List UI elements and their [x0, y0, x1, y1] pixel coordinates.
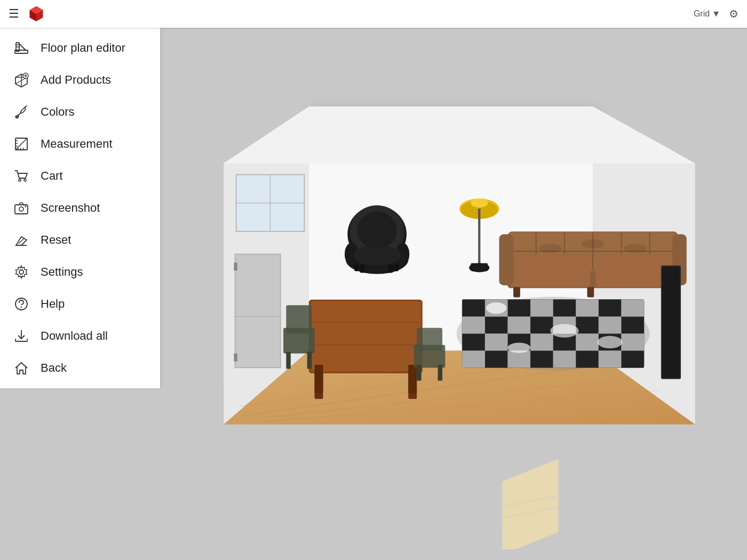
svg-rect-103: [530, 317, 553, 334]
topbar-left: ☰: [9, 4, 47, 23]
svg-point-28: [19, 179, 21, 181]
eraser-icon: [13, 231, 30, 249]
sidebar-item-help[interactable]: Help: [0, 288, 160, 320]
svg-marker-44: [224, 107, 695, 163]
svg-point-92: [539, 244, 562, 253]
topbar-right: Grid ▼ ⚙: [694, 7, 738, 20]
svg-rect-100: [553, 300, 576, 317]
svg-rect-144: [286, 352, 291, 369]
svg-rect-123: [530, 334, 553, 351]
logo[interactable]: [28, 4, 47, 23]
sidebar-item-settings[interactable]: Settings: [0, 256, 160, 288]
svg-rect-143: [286, 305, 312, 333]
svg-rect-110: [485, 350, 508, 367]
sidebar-item-add-products[interactable]: Add Products: [0, 64, 160, 96]
sidebar-item-download-all[interactable]: Download all: [0, 320, 160, 352]
grid-label: Grid: [694, 9, 710, 19]
hamburger-menu-button[interactable]: ☰: [9, 7, 19, 21]
svg-rect-101: [599, 300, 622, 317]
svg-rect-111: [530, 350, 553, 367]
svg-rect-127: [507, 350, 530, 367]
svg-rect-121: [599, 317, 622, 334]
sidebar-item-back[interactable]: Back: [0, 352, 160, 384]
svg-line-21: [15, 138, 27, 150]
logo-icon: [28, 4, 45, 21]
svg-rect-99: [507, 300, 530, 317]
svg-rect-125: [621, 334, 644, 351]
svg-rect-50: [236, 255, 280, 367]
svg-rect-112: [576, 350, 599, 367]
svg-rect-113: [621, 350, 644, 367]
room-svg: [165, 38, 736, 549]
svg-point-73: [471, 198, 488, 207]
svg-rect-126: [462, 350, 485, 367]
svg-point-32: [25, 206, 27, 207]
sidebar-item-screenshot[interactable]: Screenshot: [0, 192, 160, 224]
sidebar-item-measurement[interactable]: Measurement: [0, 128, 160, 160]
cube-add-icon: [13, 71, 30, 89]
svg-rect-148: [417, 365, 422, 381]
sidebar-item-colors[interactable]: Colors: [0, 96, 160, 128]
settings-top-icon[interactable]: ⚙: [729, 7, 738, 20]
svg-line-13: [15, 81, 21, 84]
svg-rect-102: [485, 317, 508, 334]
svg-rect-119: [507, 317, 530, 334]
svg-rect-117: [621, 300, 644, 317]
svg-rect-91: [587, 287, 594, 297]
reset-label: Reset: [41, 233, 71, 247]
back-label: Back: [41, 361, 67, 375]
svg-rect-138: [315, 365, 323, 393]
sidebar-item-floor-plan-editor[interactable]: Floor plan editor: [0, 32, 160, 64]
add-products-label: Add Products: [41, 73, 111, 87]
room-viewport[interactable]: [165, 38, 736, 549]
svg-rect-129: [599, 350, 622, 367]
sidebar-item-reset[interactable]: Reset: [0, 224, 160, 256]
svg-rect-118: [462, 317, 485, 334]
svg-point-19: [15, 116, 19, 118]
sidebar-item-cart[interactable]: Cart: [0, 160, 160, 192]
svg-point-35: [19, 270, 23, 274]
chevron-down-icon: ▼: [712, 9, 720, 19]
topbar: ☰ Grid ▼ ⚙: [0, 0, 747, 28]
svg-rect-68: [388, 265, 393, 273]
svg-rect-115: [530, 300, 553, 317]
svg-marker-57: [502, 459, 559, 549]
svg-rect-116: [576, 300, 599, 317]
svg-rect-135: [311, 301, 421, 372]
svg-rect-67: [360, 265, 365, 273]
svg-rect-76: [471, 263, 488, 271]
svg-rect-5: [15, 50, 28, 53]
svg-rect-98: [462, 300, 485, 317]
svg-point-29: [24, 179, 26, 181]
svg-rect-52: [234, 262, 237, 270]
svg-rect-147: [417, 328, 442, 351]
floor-plan-editor-label: Floor plan editor: [41, 41, 125, 55]
screenshot-label: Screenshot: [41, 201, 100, 215]
svg-rect-149: [438, 365, 443, 381]
svg-point-66: [357, 212, 397, 249]
cart-label: Cart: [41, 169, 63, 183]
download-all-label: Download all: [41, 329, 108, 343]
camera-icon: [13, 199, 30, 217]
question-circle-icon: [13, 295, 30, 313]
svg-line-9: [19, 44, 26, 50]
brush-icon: [13, 103, 30, 121]
ruler-corner-icon: [13, 135, 30, 153]
svg-rect-69: [354, 265, 359, 271]
svg-rect-139: [408, 365, 417, 393]
svg-rect-122: [485, 334, 508, 351]
help-label: Help: [41, 297, 65, 311]
svg-line-18: [25, 106, 27, 108]
svg-point-131: [550, 324, 578, 338]
svg-point-130: [486, 302, 506, 314]
svg-point-132: [507, 343, 530, 353]
sidebar: Floor plan editor Add Products: [0, 28, 160, 388]
pencil-ruler-icon: [13, 39, 30, 57]
svg-point-93: [582, 239, 605, 249]
grid-dropdown-button[interactable]: Grid ▼: [694, 9, 720, 19]
svg-point-37: [21, 307, 22, 308]
svg-rect-89: [513, 287, 520, 297]
measurement-label: Measurement: [41, 137, 113, 151]
gear-icon: [13, 263, 30, 281]
svg-rect-104: [576, 317, 599, 334]
